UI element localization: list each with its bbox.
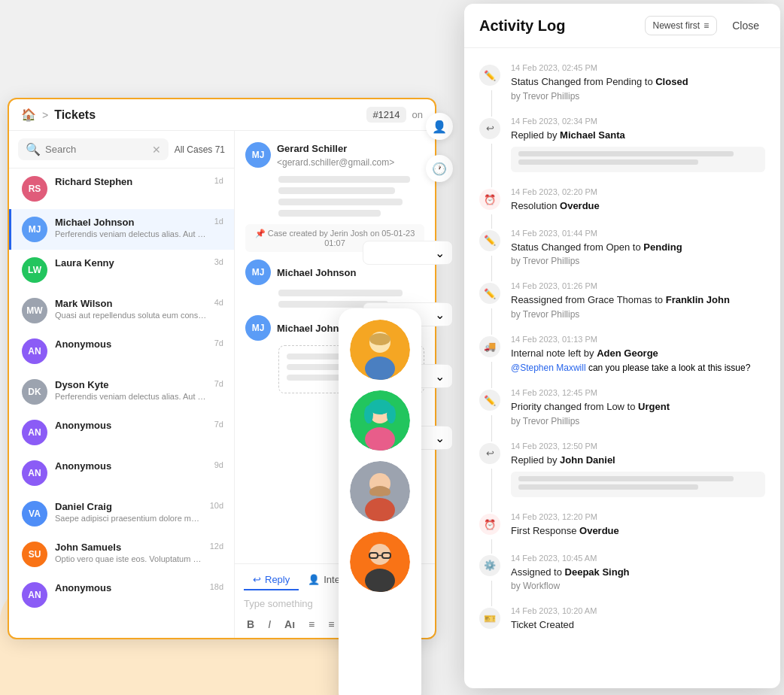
search-icon: 🔍 [26, 142, 41, 156]
avatars-card [339, 308, 421, 695]
contact-time-5: 7d [214, 379, 223, 388]
message-line-1 [278, 176, 410, 183]
sender-row: MJ Gerard Schiller <gerard.schiller@gmai… [245, 141, 424, 168]
activity-content-4: 14 Feb 2023, 01:26 PMReassigned from Gra… [511, 281, 765, 320]
chevron-down-icon-1: ⌄ [435, 246, 445, 260]
activity-icon-2: ⏰ [479, 189, 500, 210]
message-name-1: Michael Johnson [277, 267, 356, 278]
contact-item-9[interactable]: SUJohn SamuelsOptio vero quae iste eos. … [9, 534, 234, 575]
message-line-2 [278, 187, 395, 194]
contact-item-6[interactable]: ANAnonymous7d [9, 412, 234, 453]
activity-by-4: by Trevor Phillips [511, 309, 765, 320]
sender-email: <gerard.schiller@gmail.com> [277, 157, 394, 168]
activity-log-header: Activity Log Newest first ≡ Close [464, 4, 780, 48]
contact-item-8[interactable]: VADaniel CraigSaepe adipisci praesentium… [9, 493, 234, 534]
history-icon-button[interactable]: 🕐 [426, 155, 453, 182]
align-left-button[interactable]: ≡ [305, 617, 318, 632]
activity-item-7: ↩14 Feb 2023, 12:50 PMReplied by John Da… [464, 434, 780, 505]
contact-item-5[interactable]: DKDyson KytePerferendis veniam delectus … [9, 372, 234, 412]
activity-content-9: 14 Feb 2023, 10:45 AMAssigned to Deepak … [511, 554, 765, 592]
activity-text-6: Priority changed from Low to Urgent [511, 399, 765, 414]
activity-text-7: Replied by John Daniel [511, 453, 765, 468]
activity-content-5: 14 Feb 2023, 01:13 PMInternal note left … [511, 335, 765, 374]
contact-info-10: Anonymous [55, 582, 202, 593]
font-size-button[interactable]: Aı [281, 617, 298, 632]
activity-content-0: 14 Feb 2023, 02:45 PMStatus Changed from… [511, 63, 765, 102]
bold-button[interactable]: B [244, 617, 257, 632]
italic-button[interactable]: I [265, 617, 274, 632]
contact-avatar-9: SU [22, 542, 47, 567]
search-input-wrap[interactable]: 🔍 ✕ [18, 138, 169, 160]
contact-item-2[interactable]: LWLaura Kenny3d [9, 250, 234, 290]
reply-icon: ↩ [253, 574, 261, 585]
tickets-title: Tickets [54, 108, 96, 122]
activity-content-1: 14 Feb 2023, 02:34 PMReplied by Michael … [511, 117, 765, 173]
contact-preview-1: Perferendis veniam delectus alias. Aut a… [55, 229, 207, 238]
avatar-person-3 [350, 461, 410, 521]
activity-item-0: ✏️14 Feb 2023, 02:45 PMStatus Changed fr… [464, 56, 780, 109]
home-icon[interactable]: 🏠 [21, 108, 36, 122]
search-input[interactable] [45, 144, 147, 155]
activity-time-10: 14 Feb 2023, 10:20 AM [511, 606, 765, 615]
close-button[interactable]: Close [726, 17, 765, 35]
activity-by-0: by Trevor Phillips [511, 91, 765, 102]
contact-item-0[interactable]: RSRichard Stephen1d [9, 168, 234, 209]
contact-avatar-4: AN [22, 338, 47, 364]
activity-log-panel: Activity Log Newest first ≡ Close ✏️14 F… [464, 4, 780, 688]
message-line-4 [278, 210, 381, 217]
dropdown-1[interactable]: ⌄ [363, 241, 453, 265]
activity-text-0: Status Changed from Pending to Closed [511, 74, 765, 90]
contact-time-7: 9d [214, 460, 223, 469]
activity-content-3: 14 Feb 2023, 01:44 PMStatus Changed from… [511, 229, 765, 267]
activity-content-6: 14 Feb 2023, 12:45 PMPriority changed fr… [511, 388, 765, 426]
contact-time-3: 4d [214, 298, 223, 307]
activity-time-9: 14 Feb 2023, 10:45 AM [511, 554, 765, 563]
activity-item-1: ↩14 Feb 2023, 02:34 PMReplied by Michael… [464, 109, 780, 181]
activity-preview-7 [511, 472, 765, 497]
activity-text-1: Replied by Michael Santa [511, 128, 765, 143]
contact-item-3[interactable]: MWMark WilsonQuasi aut repellendus solut… [9, 290, 234, 331]
contact-info-8: Daniel CraigSaepe adipisci praesentium d… [55, 501, 202, 523]
contact-time-4: 7d [214, 338, 223, 348]
activity-mention-5: @Stephen Maxwill can you please take a l… [511, 363, 765, 373]
contact-item-10[interactable]: ANAnonymous18d [9, 575, 234, 615]
sort-label: Newest first [653, 20, 700, 31]
contact-info-9: John SamuelsOptio vero quae iste eos. Vo… [55, 542, 202, 563]
contact-name-4: Anonymous [55, 338, 207, 350]
activity-time-5: 14 Feb 2023, 01:13 PM [511, 335, 765, 344]
activity-item-6: ✏️14 Feb 2023, 12:45 PMPriority changed … [464, 381, 780, 434]
ticket-id-badge: #1214 [366, 107, 406, 123]
activity-text-9: Assigned to Deepak Singh [511, 565, 765, 580]
contact-avatar-6: AN [22, 420, 47, 445]
clear-button[interactable]: ✕ [152, 144, 161, 156]
activity-time-3: 14 Feb 2023, 01:44 PM [511, 229, 765, 238]
note-icon: 👤 [308, 574, 320, 585]
activity-items: ✏️14 Feb 2023, 02:45 PMStatus Changed fr… [464, 48, 780, 688]
contact-avatar-0: RS [22, 176, 47, 202]
contact-item-4[interactable]: ANAnonymous7d [9, 331, 234, 372]
message-avatar-2: MJ [245, 315, 271, 341]
user-icon-button[interactable]: 👤 [426, 113, 453, 140]
activity-time-8: 14 Feb 2023, 12:20 PM [511, 512, 765, 521]
contact-avatar-8: VA [22, 501, 47, 527]
contact-info-3: Mark WilsonQuasi aut repellendus soluta … [55, 298, 207, 320]
reply-tab[interactable]: ↩ Reply [244, 570, 299, 590]
align-center-button[interactable]: ≡ [325, 617, 337, 632]
activity-item-9: ⚙️14 Feb 2023, 10:45 AMAssigned to Deepa… [464, 546, 780, 599]
contact-name-9: John Samuels [55, 542, 202, 553]
contact-item-1[interactable]: MJMichael JohnsonPerferendis veniam dele… [9, 209, 234, 250]
sender-name: Gerard Schiller [277, 143, 347, 154]
sort-button[interactable]: Newest first ≡ [645, 16, 718, 35]
message-line-3 [278, 199, 403, 205]
activity-time-2: 14 Feb 2023, 02:20 PM [511, 187, 765, 196]
contact-items: RSRichard Stephen1dMJMichael JohnsonPerf… [9, 168, 234, 638]
contact-time-0: 1d [214, 176, 223, 185]
contact-time-1: 1d [214, 217, 223, 226]
contact-avatar-2: LW [22, 257, 47, 283]
contact-name-3: Mark Wilson [55, 298, 207, 309]
reply-tab-label: Reply [265, 574, 290, 585]
activity-item-2: ⏰14 Feb 2023, 02:20 PMResolution Overdue [464, 180, 780, 221]
contact-preview-5: Perferendis veniam delectus alias. Aut a… [55, 392, 207, 401]
sort-icon: ≡ [703, 20, 709, 31]
contact-item-7[interactable]: ANAnonymous9d [9, 453, 234, 493]
